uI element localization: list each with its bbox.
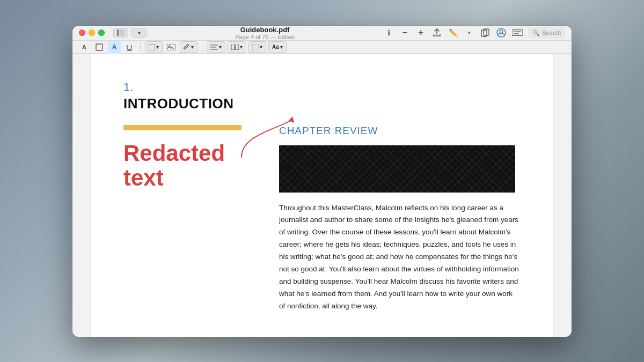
traffic-lights [79,29,105,36]
duplicate-icon[interactable] [480,27,491,38]
svg-point-5 [500,30,503,33]
minimize-button[interactable] [89,29,95,36]
redacted-content-block [279,145,521,193]
highlight-tool-icon[interactable]: A [108,41,121,54]
page-info-label: Page 4 of 76 — Edited [235,34,295,40]
search-box[interactable]: 🔍 Search [528,27,565,39]
svg-marker-20 [289,116,294,123]
draw-dropdown[interactable]: ▾ [180,41,197,53]
svg-rect-0 [117,29,119,36]
sidebar-toggle-button[interactable] [113,28,128,38]
annotation-toolbar: A A ▾ ▾ [72,40,572,54]
pen-chevron-icon[interactable]: ▾ [464,27,474,38]
markup-icon[interactable] [512,27,523,38]
yellow-accent-bar [123,125,241,130]
pdf-viewer-window: ▾ Guidebook.pdf Page 4 of 76 — Edited ℹ … [72,26,572,337]
svg-rect-9 [96,44,103,50]
svg-rect-11 [149,44,155,50]
rectangle-tool-icon[interactable] [93,41,106,54]
toolbar-right: ℹ − + ✏️ ▾ [383,27,565,39]
share-icon[interactable] [431,27,442,38]
toolbar-separator-2 [202,42,202,52]
font-size-dropdown[interactable]: Aa ▾ [268,41,287,53]
chapter-title: INTRODUCTION [123,95,521,112]
chevron-down-icon[interactable]: ▾ [131,28,147,38]
shapes-dropdown[interactable]: ▾ [145,41,163,53]
zoom-out-icon[interactable]: − [399,27,410,38]
color-dropdown[interactable]: ▾ [248,41,266,53]
svg-rect-1 [120,29,125,36]
redacted-pattern-overlay [279,145,515,193]
filename-label: Guidebook.pdf [240,26,290,34]
user-icon[interactable] [496,27,507,38]
info-icon[interactable]: ℹ [383,27,394,38]
search-icon: 🔍 [532,29,540,36]
fullscreen-button[interactable] [98,29,105,36]
align-dropdown[interactable]: ▾ [207,41,225,53]
document-area: 1. INTRODUCTION Redacted [72,54,572,337]
text-tool-icon[interactable]: A [78,41,91,54]
pdf-page: 1. INTRODUCTION Redacted [91,54,553,337]
right-column: CHAPTER REVIEW Throughout this MasterCla… [279,125,521,313]
title-info: Guidebook.pdf Page 4 of 76 — Edited [151,26,379,40]
view-dropdown[interactable]: ▾ [228,41,246,53]
page-number-label: 1. [123,80,521,94]
redacted-annotation: Redacted text [123,141,263,190]
svg-rect-19 [252,44,259,50]
underline-tool-icon[interactable] [123,41,136,54]
pen-icon[interactable]: ✏️ [448,27,458,38]
chapter-review-heading: CHAPTER REVIEW [279,125,521,137]
search-placeholder: Search [542,29,561,36]
svg-rect-17 [231,45,235,50]
svg-rect-18 [236,45,239,50]
redacted-text-label: Redacted text [123,141,263,190]
image-insert-icon[interactable] [165,41,178,54]
left-column: Redacted text [123,125,263,313]
two-column-layout: Redacted text CHAPTER REVIEW Throughout … [123,125,521,313]
toolbar-separator-1 [140,42,141,52]
close-button[interactable] [79,29,85,36]
body-text: Throughout this MasterClass, Malcolm ref… [279,202,521,313]
svg-rect-6 [512,30,523,36]
zoom-in-icon[interactable]: + [415,27,426,38]
window-controls: ▾ [113,28,147,38]
title-bar: ▾ Guidebook.pdf Page 4 of 76 — Edited ℹ … [72,26,572,54]
